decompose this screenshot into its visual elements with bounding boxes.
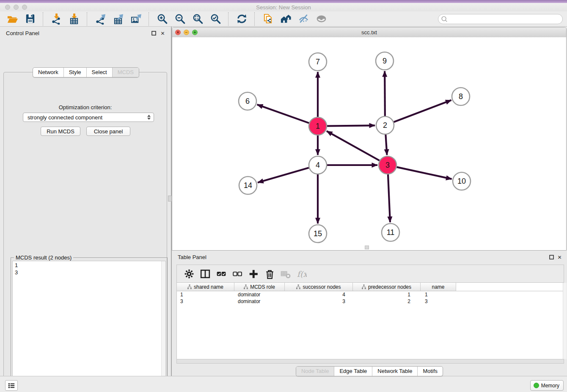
graph-edge-3-11[interactable]: [388, 174, 390, 222]
table-row[interactable]: 3dominator323: [177, 298, 564, 305]
graph-node-14[interactable]: 14: [239, 177, 257, 194]
table-cell[interactable]: 4: [285, 292, 353, 298]
splitter-grip[interactable]: [168, 196, 172, 202]
tab-node-table[interactable]: Node Table: [296, 367, 335, 376]
tab-network-table[interactable]: Network Table: [372, 367, 418, 376]
graph-edge-2-9[interactable]: [385, 71, 385, 116]
select-stepper-icon: [146, 113, 152, 121]
table-cell[interactable]: 3: [421, 298, 456, 304]
close-panel-button[interactable]: Close panel: [86, 127, 130, 136]
delete-table-button: [279, 268, 292, 280]
graph-node-8[interactable]: 8: [452, 88, 470, 105]
gear-button[interactable]: [183, 268, 195, 280]
zoom-selected-button[interactable]: [209, 13, 222, 25]
result-scrollbar[interactable]: [161, 261, 165, 392]
refresh-button[interactable]: [235, 13, 248, 25]
show-graphics-details-button[interactable]: [315, 13, 328, 25]
close-panel-icon[interactable]: ✕: [160, 30, 165, 36]
graph-edge-1-2[interactable]: [327, 125, 375, 126]
table-cell[interactable]: dominator: [234, 292, 285, 298]
network-title: scc.txt: [172, 29, 566, 36]
export-network-button[interactable]: [94, 13, 107, 25]
graph-node-9[interactable]: 9: [376, 52, 394, 70]
export-image-button[interactable]: [129, 13, 142, 25]
zoom-out-button[interactable]: [173, 13, 186, 25]
float-panel-icon[interactable]: [151, 30, 157, 36]
table-vertical-scrollbar[interactable]: [563, 283, 567, 359]
tab-network[interactable]: Network: [33, 68, 64, 77]
mcds-result-list[interactable]: 13: [12, 261, 166, 392]
table-cell[interactable]: 1: [353, 292, 421, 298]
zoom-selected-icon: [210, 13, 221, 25]
table-header-filler: [456, 283, 564, 291]
tab-motifs[interactable]: Motifs: [418, 367, 443, 376]
table-horizontal-scrollbar[interactable]: [176, 359, 564, 364]
graph-node-6[interactable]: 6: [239, 92, 256, 110]
import-network-button[interactable]: [50, 13, 63, 25]
import-table-button[interactable]: [68, 13, 80, 25]
refresh-icon: [236, 13, 248, 25]
graph-node-4[interactable]: 4: [309, 156, 327, 174]
network-graph: 7968124314101511: [172, 37, 566, 250]
network-resize-grip[interactable]: [365, 246, 369, 249]
deselect-all-button[interactable]: [231, 268, 244, 280]
open-folder-button[interactable]: [6, 13, 19, 25]
task-history-button[interactable]: [5, 380, 18, 391]
select-all-button[interactable]: [215, 268, 228, 280]
zoom-fit-button[interactable]: [191, 13, 204, 25]
table-row[interactable]: 1dominator411: [177, 291, 564, 298]
network-canvas[interactable]: 7968124314101511: [172, 37, 566, 250]
column-header-label: successor nodes: [303, 284, 341, 290]
export-table-button[interactable]: [112, 13, 124, 25]
graph-node-10[interactable]: 10: [453, 172, 471, 190]
graph-edge-2-3[interactable]: [385, 135, 387, 155]
table-cell[interactable]: 3: [177, 298, 234, 304]
table-cell[interactable]: 2: [353, 298, 421, 304]
column-header-shared-name[interactable]: shared name: [177, 283, 234, 291]
memory-button[interactable]: Memory: [530, 380, 564, 391]
graph-edge-3-1[interactable]: [327, 131, 380, 161]
hide-graphics-details-button[interactable]: [297, 13, 310, 25]
graph-node-1[interactable]: 1: [309, 117, 327, 135]
deselect-all-icon: [232, 269, 242, 279]
tab-style[interactable]: Style: [64, 68, 87, 77]
graph-node-11[interactable]: 11: [382, 224, 399, 241]
column-header-MCDS-role[interactable]: MCDS role: [234, 283, 285, 291]
duplicate-network-button[interactable]: [261, 13, 274, 25]
delete-column-button[interactable]: [263, 268, 276, 280]
graph-edge-4-14[interactable]: [258, 168, 309, 182]
criterion-select[interactable]: strongly connected component: [23, 113, 154, 122]
graph-edge-2-8[interactable]: [394, 100, 451, 122]
run-mcds-button[interactable]: Run MCDS: [41, 127, 80, 136]
home-view-icon: [280, 13, 292, 25]
export-network-icon: [95, 13, 106, 25]
home-view-button[interactable]: [279, 13, 292, 25]
add-column-button[interactable]: [247, 268, 260, 280]
search-input[interactable]: [448, 15, 562, 23]
show-graphics-details-icon: [316, 13, 327, 25]
tab-select[interactable]: Select: [87, 68, 113, 77]
control-panel-header: Control Panel ✕: [0, 27, 171, 39]
graph-edge-1-6[interactable]: [257, 105, 309, 123]
graph-node-3[interactable]: 3: [379, 156, 396, 174]
table-cell[interactable]: 1: [177, 292, 234, 298]
split-columns-button[interactable]: [199, 268, 212, 280]
close-table-panel-icon[interactable]: ✕: [557, 254, 562, 260]
graph-node-15[interactable]: 15: [309, 225, 327, 243]
graph-edge-3-10[interactable]: [396, 167, 451, 179]
tab-edge-table[interactable]: Edge Table: [334, 367, 372, 376]
graph-node-7[interactable]: 7: [309, 53, 327, 71]
column-header-name[interactable]: name: [421, 283, 456, 291]
tab-mcds[interactable]: MCDS: [113, 68, 139, 77]
save-icon: [25, 13, 36, 25]
select-all-icon: [216, 269, 226, 279]
column-header-predecessor-nodes[interactable]: predecessor nodes: [353, 283, 421, 291]
save-button[interactable]: [24, 13, 36, 25]
column-header-successor-nodes[interactable]: successor nodes: [285, 283, 353, 291]
graph-node-2[interactable]: 2: [376, 116, 394, 134]
table-cell[interactable]: 1: [421, 292, 456, 298]
float-table-panel-icon[interactable]: [549, 254, 554, 260]
table-cell[interactable]: 3: [285, 298, 353, 304]
table-cell[interactable]: dominator: [234, 298, 285, 304]
zoom-in-button[interactable]: [156, 13, 168, 25]
